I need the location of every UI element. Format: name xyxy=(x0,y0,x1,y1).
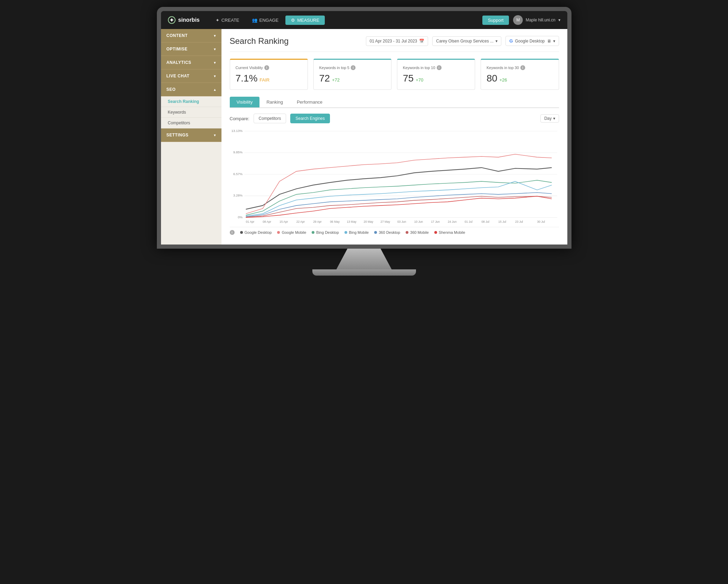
tabs-row: Visibility Ranking Performance xyxy=(230,97,559,108)
account-dropdown[interactable]: Carey Olsen Group Services ... ▾ xyxy=(432,36,501,46)
chart-container: 13.13% 9.85% 6.57% 3.28% 0% 01 Apr xyxy=(230,127,559,224)
nav-create[interactable]: ✦ CREATE xyxy=(210,16,245,25)
tab-visibility[interactable]: Visibility xyxy=(230,97,260,107)
chevron-down-icon: ▾ xyxy=(214,34,216,38)
svg-text:3.28%: 3.28% xyxy=(233,193,243,197)
support-button[interactable]: Support xyxy=(482,16,509,25)
page-title: Search Ranking xyxy=(230,36,289,46)
legend-dot-google-desktop xyxy=(240,231,243,234)
stat-change-top30: +26 xyxy=(499,77,507,83)
stat-label-top30: Keywords in top 30 i xyxy=(486,65,553,70)
chevron-down-icon: ▾ xyxy=(214,133,216,137)
tab-performance[interactable]: Performance xyxy=(290,97,329,107)
chevron-down-icon: ▾ xyxy=(214,61,216,65)
svg-text:03 Jun: 03 Jun xyxy=(397,220,406,223)
chevron-down-icon: ▾ xyxy=(553,116,555,121)
legend-360-mobile: 360 Mobile xyxy=(406,230,429,234)
sidebar-sub-competitors[interactable]: Competitors xyxy=(161,118,221,128)
nav-engage[interactable]: 👥 ENGAGE xyxy=(246,16,284,25)
stat-value-top10: 75 +70 xyxy=(403,73,469,84)
sidebar: CONTENT ▾ OPTIMISE ▾ ANALYTICS ▾ LIVE CH… xyxy=(161,29,221,245)
compare-label: Compare: xyxy=(230,116,249,121)
avatar: M xyxy=(513,15,523,25)
sidebar-item-livechat[interactable]: LIVE CHAT ▾ xyxy=(161,69,221,83)
svg-text:6.57%: 6.57% xyxy=(233,172,243,176)
user-chevron-icon: ▾ xyxy=(558,18,560,22)
sidebar-item-settings[interactable]: SETTINGS ▾ xyxy=(161,128,221,142)
stat-value-top5: 72 +72 xyxy=(319,73,386,84)
compare-competitors-button[interactable]: Competitors xyxy=(254,114,286,123)
legend-info-icon: i xyxy=(230,230,235,235)
nav-right: Support M Maple hill.uni.cn ▾ xyxy=(482,15,560,25)
svg-text:0%: 0% xyxy=(238,215,243,219)
chevron-down-icon: ▾ xyxy=(214,47,216,51)
info-icon: i xyxy=(351,65,356,70)
legend-dot-shenma-mobile xyxy=(434,231,437,234)
main-content: CONTENT ▾ OPTIMISE ▾ ANALYTICS ▾ LIVE CH… xyxy=(161,29,567,245)
platform-dropdown[interactable]: G Google Desktop 🖥 ▾ xyxy=(505,36,559,46)
svg-text:9.85%: 9.85% xyxy=(233,150,243,154)
engage-icon: 👥 xyxy=(252,18,257,23)
stat-label-visibility: Current Visibility i xyxy=(236,65,302,70)
svg-text:13.13%: 13.13% xyxy=(231,129,243,133)
measure-icon: ⚙ xyxy=(291,18,295,23)
date-range-text: 01 Apr 2023 - 31 Jul 2023 xyxy=(370,39,417,44)
tab-ranking[interactable]: Ranking xyxy=(259,97,290,107)
legend-dot-bing-mobile xyxy=(344,231,347,234)
svg-text:10 Jun: 10 Jun xyxy=(414,220,423,223)
sidebar-item-seo[interactable]: SEO ▴ xyxy=(161,83,221,96)
legend-dot-google-mobile xyxy=(277,231,280,234)
svg-text:06 May: 06 May xyxy=(330,220,340,223)
legend-google-mobile: Google Mobile xyxy=(277,230,306,234)
svg-text:08 Jul: 08 Jul xyxy=(481,220,489,223)
stat-value-visibility: 7.1% FAIR xyxy=(236,73,302,84)
stat-card-top30: Keywords in top 30 i 80 +26 xyxy=(481,59,559,90)
legend-google-desktop: Google Desktop xyxy=(240,230,272,234)
monitor-base xyxy=(312,269,416,276)
day-selector[interactable]: Day ▾ xyxy=(540,114,559,123)
sidebar-item-content[interactable]: CONTENT ▾ xyxy=(161,29,221,42)
svg-text:17 Jun: 17 Jun xyxy=(431,220,440,223)
desktop-icon: 🖥 xyxy=(547,39,551,44)
svg-text:29 Apr: 29 Apr xyxy=(313,220,322,223)
svg-text:15 Apr: 15 Apr xyxy=(280,220,288,223)
nav-measure[interactable]: ⚙ MEASURE xyxy=(285,16,325,25)
svg-text:13 May: 13 May xyxy=(347,220,356,223)
legend-bing-desktop: Bing Desktop xyxy=(312,230,339,234)
user-area[interactable]: M Maple hill.uni.cn ▾ xyxy=(513,15,560,25)
chevron-down-icon: ▾ xyxy=(214,74,216,78)
legend-info: i xyxy=(230,230,235,235)
sidebar-sub-keywords[interactable]: Keywords xyxy=(161,107,221,118)
svg-text:15 Jul: 15 Jul xyxy=(498,220,506,223)
sidebar-sub-search-ranking[interactable]: Search Ranking xyxy=(161,96,221,107)
page-header: Search Ranking 01 Apr 2023 - 31 Jul 2023… xyxy=(230,36,559,52)
google-icon: G xyxy=(509,38,513,44)
svg-text:24 Jun: 24 Jun xyxy=(448,220,457,223)
header-controls: 01 Apr 2023 - 31 Jul 2023 📅 Carey Olsen … xyxy=(366,36,559,46)
stat-change-top5: +72 xyxy=(332,77,340,83)
user-name: Maple hill.uni.cn xyxy=(526,18,555,22)
svg-text:20 May: 20 May xyxy=(363,220,373,223)
svg-text:01 Jul: 01 Jul xyxy=(464,220,472,223)
stat-card-top5: Keywords in top 5 i 72 +72 xyxy=(313,59,391,90)
stat-card-visibility: Current Visibility i 7.1% FAIR xyxy=(230,59,308,90)
chart-legend: i Google Desktop Google Mobile Bing Desk… xyxy=(230,227,559,238)
compare-search-engines-button[interactable]: Search Engines xyxy=(290,114,330,123)
platform-text: Google Desktop xyxy=(515,39,545,44)
sidebar-item-optimise[interactable]: OPTIMISE ▾ xyxy=(161,42,221,56)
monitor-stand xyxy=(337,249,392,269)
stat-badge-fair: FAIR xyxy=(259,77,270,83)
stat-label-top10: Keywords in top 10 i xyxy=(403,65,469,70)
svg-text:27 May: 27 May xyxy=(380,220,390,223)
svg-text:08 Apr: 08 Apr xyxy=(263,220,271,223)
date-picker[interactable]: 01 Apr 2023 - 31 Jul 2023 📅 xyxy=(366,36,428,46)
info-icon: i xyxy=(520,65,525,70)
legend-dot-bing-desktop xyxy=(312,231,314,234)
info-icon: i xyxy=(264,65,269,70)
chevron-up-icon: ▴ xyxy=(214,88,216,92)
legend-shenma-mobile: Shenma Mobile xyxy=(434,230,465,234)
chevron-down-icon: ▾ xyxy=(553,39,555,44)
top-navigation: ✦ sinorbis ✦ CREATE 👥 ENGAGE ⚙ MEASURE S… xyxy=(161,11,567,29)
svg-text:30 Jul: 30 Jul xyxy=(537,220,545,223)
sidebar-item-analytics[interactable]: ANALYTICS ▾ xyxy=(161,56,221,69)
